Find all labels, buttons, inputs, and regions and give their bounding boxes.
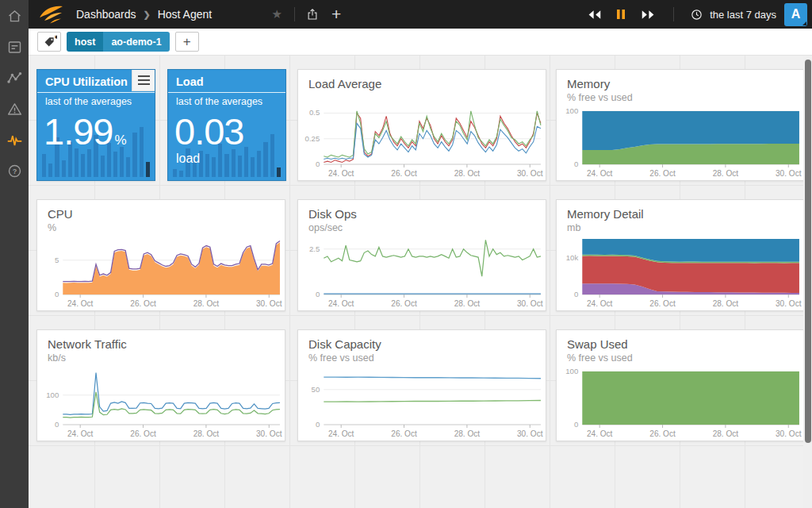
svg-text:26. Oct: 26. Oct (649, 429, 676, 438)
svg-text:28. Oct: 28. Oct (713, 429, 739, 438)
fast-forward-icon[interactable] (638, 5, 657, 24)
svg-text:0: 0 (55, 290, 59, 298)
scrollbar-thumb[interactable] (805, 60, 811, 443)
svg-text:24. Oct: 24. Oct (328, 299, 354, 308)
time-range-label: the last 7 days (710, 9, 776, 21)
svg-text:30. Oct: 30. Oct (776, 299, 802, 308)
svg-text:5: 5 (55, 256, 59, 264)
tag-filter-button[interactable]: ✱ (37, 32, 61, 52)
metrics-icon[interactable] (6, 69, 23, 87)
card-title: Memory (567, 77, 610, 90)
svg-text:30. Oct: 30. Oct (256, 429, 282, 438)
tag-filter-icon: ✱ (42, 34, 57, 49)
svg-text:10k: 10k (566, 253, 579, 262)
card-subtitle: % (48, 222, 56, 233)
card-subtitle: % free vs used (308, 352, 374, 364)
svg-text:28. Oct: 28. Oct (454, 299, 481, 308)
card-memory-detail[interactable]: Memory Detail mb 010k24. Oct26. Oct28. O… (556, 199, 805, 311)
chip-value: ao-demo-1 (103, 32, 169, 52)
pulse-icon[interactable] (6, 131, 23, 148)
card-disk-ops[interactable]: Disk Ops ops/sec 02.524. Oct26. Oct28. O… (297, 199, 546, 311)
solarwinds-logo-icon[interactable] (38, 4, 65, 25)
big-number-unit: load (176, 152, 200, 166)
svg-text:24. Oct: 24. Oct (67, 299, 94, 308)
card-subtitle: ops/sec (308, 222, 343, 233)
card-subtitle: last of the averages (45, 96, 132, 107)
svg-text:?: ? (12, 167, 17, 175)
card-subtitle: kb/s (48, 352, 66, 364)
card-disk-capacity[interactable]: Disk Capacity % free vs used 05024. Oct2… (297, 329, 546, 441)
svg-text:24. Oct: 24. Oct (587, 429, 613, 438)
dashboards-icon[interactable] (6, 38, 23, 56)
svg-text:✱: ✱ (54, 34, 56, 40)
svg-text:28. Oct: 28. Oct (454, 429, 481, 438)
disk-ops-chart: 02.524. Oct26. Oct28. Oct30. Oct (300, 234, 545, 308)
svg-text:26. Oct: 26. Oct (649, 169, 676, 178)
card-title: Disk Capacity (308, 337, 381, 351)
rewind-icon[interactable] (584, 5, 603, 24)
swap-used-chart: 010024. Oct26. Oct28. Oct30. Oct (558, 364, 803, 438)
alerts-icon[interactable] (6, 100, 23, 117)
svg-text:0: 0 (574, 290, 578, 298)
card-menu-button[interactable] (132, 70, 155, 91)
card-network-traffic[interactable]: Network Traffic kb/s 010024. Oct26. Oct2… (36, 329, 285, 441)
svg-text:0: 0 (574, 160, 578, 168)
dashboard-grid: CPU Utilization last of the averages 1.9… (29, 56, 812, 508)
card-load[interactable]: Load last of the averages 0.03 load (167, 69, 286, 181)
svg-text:30. Oct: 30. Oct (517, 429, 543, 438)
svg-text:24. Oct: 24. Oct (328, 429, 354, 438)
card-title: Swap Used (567, 337, 628, 351)
cpu-chart: 0524. Oct26. Oct28. Oct30. Oct (39, 234, 284, 308)
card-swap-used[interactable]: Swap Used % free vs used 010024. Oct26. … (556, 329, 805, 441)
big-number-unit: % (114, 133, 126, 148)
breadcrumb-host-agent[interactable]: Host Agent (158, 8, 213, 21)
load-average-chart: 00.250.524. Oct26. Oct28. Oct30. Oct (300, 104, 545, 178)
svg-text:28. Oct: 28. Oct (713, 169, 739, 178)
svg-text:0: 0 (316, 420, 320, 429)
card-title: Network Traffic (48, 337, 127, 351)
home-icon[interactable] (6, 7, 23, 25)
svg-text:24. Oct: 24. Oct (587, 299, 613, 308)
card-load-average[interactable]: Load Average 00.250.524. Oct26. Oct28. O… (297, 69, 546, 181)
toolbar-divider (294, 7, 295, 21)
svg-text:28. Oct: 28. Oct (454, 169, 481, 178)
share-icon[interactable] (303, 5, 322, 24)
card-title: Load (168, 70, 285, 93)
star-icon[interactable]: ★ (267, 5, 286, 24)
filter-chip-host[interactable]: host ao-demo-1 (67, 32, 170, 52)
memory-detail-chart: 010k24. Oct26. Oct28. Oct30. Oct (558, 234, 803, 308)
breadcrumb-dashboards[interactable]: Dashboards (76, 8, 136, 21)
card-cpu[interactable]: CPU % 0524. Oct26. Oct28. Oct30. Oct (36, 199, 285, 311)
svg-text:0: 0 (316, 290, 320, 298)
card-cpu-utilization[interactable]: CPU Utilization last of the averages 1.9… (36, 69, 155, 181)
add-filter-button[interactable]: + (175, 32, 199, 52)
scrollbar-track[interactable] (803, 56, 812, 508)
svg-text:0: 0 (574, 420, 578, 429)
card-subtitle: mb (567, 222, 580, 233)
chip-key: host (67, 32, 103, 52)
svg-text:100: 100 (565, 367, 578, 375)
app-window: ? Dashboards ❯ Host Agent ★ + (0, 0, 812, 508)
svg-text:30. Oct: 30. Oct (776, 169, 802, 178)
avatar[interactable]: A (784, 3, 807, 26)
svg-text:28. Oct: 28. Oct (713, 299, 739, 308)
add-chart-icon[interactable]: + (327, 5, 346, 24)
memory-chart: 010024. Oct26. Oct28. Oct30. Oct (558, 104, 803, 178)
help-icon[interactable]: ? (6, 162, 23, 179)
svg-text:26. Oct: 26. Oct (130, 429, 156, 438)
breadcrumb: Dashboards ❯ Host Agent (76, 8, 212, 21)
svg-text:2.5: 2.5 (309, 244, 320, 253)
disk-capacity-chart: 05024. Oct26. Oct28. Oct30. Oct (300, 364, 545, 438)
big-number: 1.99% (44, 110, 127, 153)
clock-icon (690, 8, 703, 21)
pause-icon[interactable] (611, 5, 630, 24)
svg-text:0.25: 0.25 (305, 134, 320, 143)
svg-text:28. Oct: 28. Oct (193, 299, 220, 308)
filter-bar: ✱ host ao-demo-1 + (29, 29, 812, 56)
card-title: Load Average (308, 77, 381, 90)
card-memory[interactable]: Memory % free vs used 010024. Oct26. Oct… (556, 69, 805, 181)
sidebar: ? (0, 0, 29, 508)
svg-text:100: 100 (46, 391, 59, 399)
svg-text:24. Oct: 24. Oct (328, 169, 354, 178)
time-range-selector[interactable]: the last 7 days (690, 8, 776, 21)
